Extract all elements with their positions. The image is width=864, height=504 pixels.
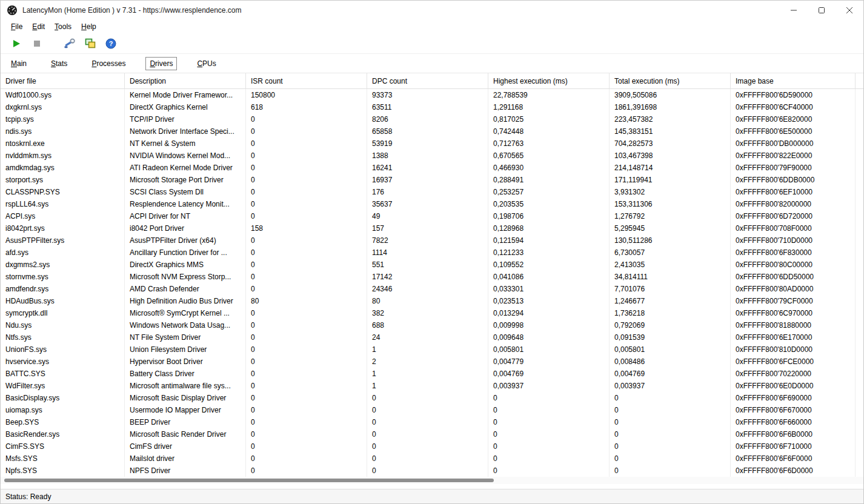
table-cell: 2 — [367, 356, 488, 368]
table-row[interactable]: nvlddmkm.sysNVIDIA Windows Kernel Mod...… — [1, 150, 863, 162]
table-row[interactable]: CLASSPNP.SYSSCSI Class System Dll01760,2… — [1, 186, 863, 198]
table-cell: 0xFFFFF800'6F6B0000 — [731, 428, 856, 440]
table-row[interactable]: Wdf01000.sysKernel Mode Driver Framewor.… — [1, 89, 863, 101]
table-row[interactable]: stornvme.sysMicrosoft NVM Express Storp.… — [1, 271, 863, 283]
table-row[interactable]: HDAudBus.sysHigh Definition Audio Bus Dr… — [1, 295, 863, 307]
table-cell: 382 — [367, 307, 488, 319]
table-cell-filler — [856, 138, 863, 150]
table-cell: 0 — [246, 174, 367, 186]
table-cell-filler — [856, 392, 863, 404]
table-row[interactable]: dxgkrnl.sysDirectX Graphics Kernel618635… — [1, 101, 863, 113]
table-cell: 171,119941 — [610, 174, 731, 186]
tab-stats[interactable]: Stats — [47, 57, 71, 70]
table-cell: 0xFFFFF800'822E0000 — [731, 150, 856, 162]
table-row[interactable]: i8042prt.sysi8042 Port Driver1581570,128… — [1, 222, 863, 234]
column-header-driver-file[interactable]: Driver file — [1, 73, 125, 88]
table-cell: Ndu.sys — [1, 319, 125, 331]
table-row[interactable]: UnionFS.sysUnion Filesystem Driver010,00… — [1, 343, 863, 356]
table-cell: 0 — [246, 319, 367, 331]
table-cell: NT Kernel & System — [125, 138, 246, 150]
table-row[interactable]: symcryptk.dllMicrosoft® SymCrypt Kernel … — [1, 307, 863, 319]
column-header-description[interactable]: Description — [125, 73, 246, 88]
table-cell-filler — [856, 295, 863, 307]
table-row[interactable]: CimFS.SYSCimFS driver00000xFFFFF800'6F71… — [1, 440, 863, 453]
horizontal-scrollbar-thumb[interactable] — [4, 479, 494, 482]
maximize-icon — [819, 7, 825, 13]
table-cell-filler — [856, 186, 863, 198]
table-cell: 35637 — [367, 198, 488, 210]
table-cell: 0,005801 — [488, 343, 610, 356]
tab-drivers[interactable]: Drivers — [145, 57, 177, 70]
table-cell: 0 — [367, 404, 488, 416]
minimize-button[interactable] — [780, 1, 808, 20]
close-icon — [846, 7, 852, 13]
table-row[interactable]: dxgmms2.sysDirectX Graphics MMS05510,109… — [1, 259, 863, 271]
table-cell: 0,009648 — [488, 331, 610, 343]
table-row[interactable]: Beep.SYSBEEP Driver00000xFFFFF800'6F6600… — [1, 416, 863, 428]
table-cell-filler — [856, 465, 863, 477]
column-header-dpc-count[interactable]: DPC count — [367, 73, 488, 88]
table-cell: dxgkrnl.sys — [1, 101, 125, 113]
table-row[interactable]: ACPI.sysACPI Driver for NT0490,1987061,2… — [1, 210, 863, 222]
column-header-image-base[interactable]: Image base — [731, 73, 856, 88]
table-cell-filler — [856, 428, 863, 440]
close-button[interactable] — [836, 1, 863, 20]
table-row[interactable]: Ntfs.sysNT File System Driver0240,009648… — [1, 331, 863, 343]
table-row[interactable]: BasicRender.sysMicrosoft Basic Render Dr… — [1, 428, 863, 440]
tab-cpus[interactable]: CPUs — [193, 57, 220, 70]
table-row[interactable]: Ndu.sysWindows Network Data Usag...06880… — [1, 319, 863, 331]
options-button[interactable] — [61, 36, 78, 51]
table-row[interactable]: amdfendr.sysAMD Crash Defender0243460,03… — [1, 283, 863, 295]
tab-main[interactable]: Main — [7, 57, 31, 70]
table-row[interactable]: AsusPTPFilter.sysAsusPTPFilter Driver (x… — [1, 234, 863, 247]
table-row[interactable]: afd.sysAncillary Function Driver for ...… — [1, 247, 863, 259]
table-row[interactable]: BATTC.SYSBattery Class Driver010,0047690… — [1, 368, 863, 380]
maximize-button[interactable] — [808, 1, 836, 20]
table-cell: Microsoft antimalware file sys... — [125, 380, 246, 392]
table-cell-filler — [856, 453, 863, 465]
table-cell: nvlddmkm.sys — [1, 150, 125, 162]
table-row[interactable]: BasicDisplay.sysMicrosoft Basic Display … — [1, 392, 863, 404]
table-cell: 63511 — [367, 101, 488, 113]
table-cell: Windows Network Data Usag... — [125, 319, 246, 331]
menu-file[interactable]: File — [6, 21, 27, 32]
column-header-total-execution[interactable]: Total execution (ms) — [610, 73, 731, 88]
column-header-highest-execution[interactable]: Highest execution (ms) — [488, 73, 610, 88]
menu-edit[interactable]: Edit — [27, 21, 50, 32]
stacked-windows-icon — [85, 38, 96, 49]
table-row[interactable]: ndis.sysNetwork Driver Interface Speci..… — [1, 125, 863, 138]
table-cell: 0 — [246, 138, 367, 150]
help-button[interactable]: ? — [102, 36, 119, 51]
table-row[interactable]: storport.sysMicrosoft Storage Port Drive… — [1, 174, 863, 186]
table-cell: 0 — [246, 259, 367, 271]
table-cell: 0 — [367, 453, 488, 465]
table-cell: 0xFFFFF800'6F6D0000 — [731, 465, 856, 477]
table-cell: 1,276792 — [610, 210, 731, 222]
table-bottom-space — [1, 484, 863, 489]
table-cell: NT File System Driver — [125, 331, 246, 343]
table-cell: 0 — [246, 234, 367, 247]
table-cell: DirectX Graphics Kernel — [125, 101, 246, 113]
start-monitor-button[interactable] — [8, 36, 25, 51]
table-row[interactable]: amdkmdag.sysATI Radeon Kernel Mode Drive… — [1, 162, 863, 174]
table-cell: 0,004769 — [610, 368, 731, 380]
menu-help[interactable]: Help — [76, 21, 101, 32]
table-cell-filler — [856, 319, 863, 331]
table-cell: 0,792069 — [610, 319, 731, 331]
stacked-windows-button[interactable] — [82, 36, 99, 51]
stop-monitor-button[interactable] — [28, 36, 45, 51]
table-row[interactable]: hvservice.sysHypervisor Boot Driver020,0… — [1, 356, 863, 368]
menu-tools[interactable]: Tools — [50, 21, 76, 32]
table-row[interactable]: rspLLL64.sysResplendence Latency Monit..… — [1, 198, 863, 210]
table-cell: Battery Class Driver — [125, 368, 246, 380]
table-row[interactable]: Msfs.SYSMailslot driver00000xFFFFF800'6F… — [1, 453, 863, 465]
column-header-isr-count[interactable]: ISR count — [246, 73, 367, 88]
table-row[interactable]: WdFilter.sysMicrosoft antimalware file s… — [1, 380, 863, 392]
table-cell-filler — [856, 368, 863, 380]
table-row[interactable]: uiomap.sysUsermode IO Mapper Driver00000… — [1, 404, 863, 416]
table-row[interactable]: tcpip.sysTCP/IP Driver082060,817025223,4… — [1, 113, 863, 125]
horizontal-scrollbar[interactable] — [1, 477, 863, 484]
table-row[interactable]: ntoskrnl.exeNT Kernel & System0539190,71… — [1, 138, 863, 150]
table-row[interactable]: Npfs.SYSNPFS Driver00000xFFFFF800'6F6D00… — [1, 465, 863, 477]
tab-processes[interactable]: Processes — [87, 57, 130, 70]
